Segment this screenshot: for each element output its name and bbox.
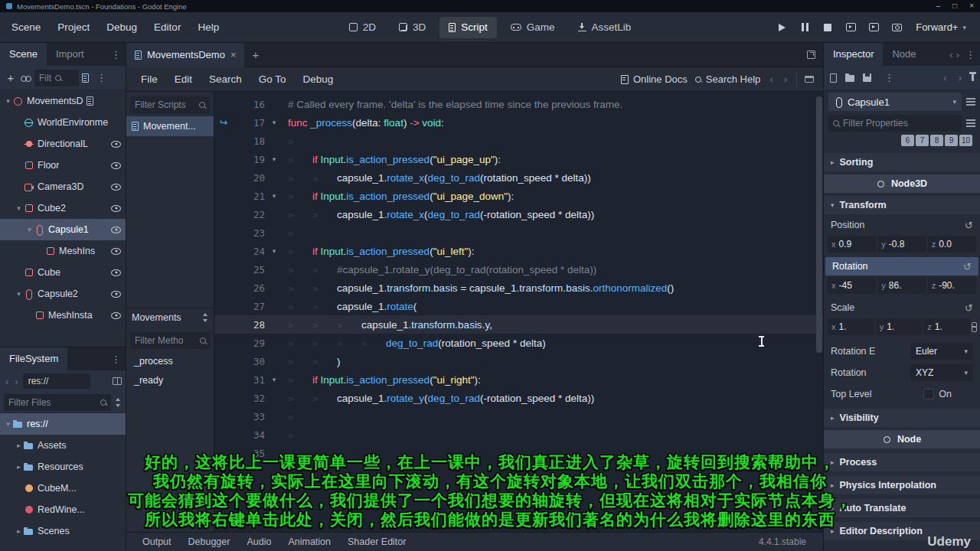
rotation-y-field[interactable]: y86.	[877, 277, 926, 294]
filesystem-item[interactable]: RedWine...	[0, 499, 126, 520]
visibility-eye-icon[interactable]	[111, 269, 121, 276]
history-forward-icon[interactable]: ›	[13, 376, 19, 387]
rotation-edit-dropdown[interactable]: Euler ▾	[910, 343, 973, 360]
search-help-button[interactable]: Search Help	[695, 73, 761, 85]
script-menu-debug[interactable]: Debug	[295, 67, 342, 91]
expand-arrow-icon[interactable]: ▾	[3, 420, 13, 428]
menu-help[interactable]: Help	[189, 12, 227, 42]
window-minimize-button[interactable]: –	[936, 0, 941, 12]
expand-arrow-icon[interactable]: ▾	[3, 97, 13, 105]
fold-arrow-icon[interactable]: ▾	[265, 247, 283, 255]
code-line[interactable]: 26»»capsule_1.transform.basis = capsule_…	[214, 279, 823, 297]
expand-arrow-icon[interactable]: ▸	[14, 527, 24, 535]
layer-checkbox-7[interactable]: 7	[916, 135, 929, 146]
workspace-assetlib[interactable]: AssetLib	[569, 17, 641, 38]
filesystem-item[interactable]: CubeM...	[0, 478, 126, 499]
section-visibility[interactable]: ▸ Visibility	[824, 409, 980, 427]
code-line[interactable]: 19▾»if Input.is_action_pressed("ui_page_…	[214, 150, 823, 168]
section-process[interactable]: ▸Process	[824, 453, 980, 471]
scale-y-field[interactable]: y1.	[876, 318, 923, 335]
script-history-back-icon[interactable]: ‹	[768, 73, 774, 85]
code-line[interactable]: 20»»capsule_1.rotate_x(deg_to_rad(rotati…	[214, 168, 823, 187]
code-line[interactable]: 34»	[214, 425, 823, 444]
expand-arrow-icon[interactable]: ▾	[14, 290, 24, 298]
fold-arrow-icon[interactable]: ▾	[265, 155, 283, 163]
inspector-history-forward-icon[interactable]: ›	[955, 49, 961, 60]
object-options-icon[interactable]	[966, 98, 975, 106]
scrollbar-thumb[interactable]	[816, 96, 822, 353]
code-line[interactable]: 32»»capsule_1.rotate_y(deg_to_rad(-rotat…	[214, 389, 823, 407]
link-scale-icon[interactable]	[972, 322, 976, 332]
menu-project[interactable]: Project	[49, 12, 98, 42]
tab-filesystem[interactable]: FileSystem	[0, 347, 67, 370]
fold-arrow-icon[interactable]: ▾	[265, 376, 283, 383]
online-docs-button[interactable]: Online Docs	[621, 73, 688, 85]
attach-script-icon[interactable]	[82, 73, 89, 83]
script-menu-edit[interactable]: Edit	[166, 67, 201, 91]
play-custom-scene-button[interactable]	[864, 18, 884, 37]
scene-tree-item[interactable]: DirectionalL	[0, 133, 126, 155]
code-line[interactable]: 23»	[214, 223, 823, 242]
layer-checkbox-9[interactable]: 9	[945, 135, 958, 146]
menu-debug[interactable]: Debug	[98, 12, 145, 42]
bottom-tab-audio[interactable]: Audio	[238, 533, 279, 551]
stop-button[interactable]	[818, 18, 838, 37]
pause-button[interactable]	[795, 18, 815, 37]
workspace-game[interactable]: Game	[501, 17, 564, 38]
script-menu-search[interactable]: Search	[201, 67, 250, 91]
scene-tree-item[interactable]: MeshInsta	[0, 305, 126, 326]
script-list-item[interactable]: Movement...	[126, 116, 214, 136]
visibility-eye-icon[interactable]	[111, 205, 121, 212]
expand-arrow-icon[interactable]: ▸	[14, 463, 24, 471]
visibility-eye-icon[interactable]	[111, 227, 121, 233]
code-line[interactable]: 21▾»if Input.is_action_pressed("ui_page_…	[214, 187, 823, 205]
scene-tree-item[interactable]: ▾MovementsD	[0, 90, 126, 112]
sort-methods-icon[interactable]	[202, 313, 209, 322]
expand-arrow-icon[interactable]: ▸	[14, 442, 24, 449]
workspace-2d[interactable]: 2D	[340, 17, 385, 38]
scene-tree-item[interactable]: ▾Cube2	[0, 197, 126, 219]
inspector-menu-icon[interactable]: ⋮	[961, 49, 980, 60]
bottom-tab-output[interactable]: Output	[134, 533, 180, 551]
top-level-checkbox[interactable]	[923, 389, 934, 399]
layer-checkbox-8[interactable]: 8	[930, 135, 943, 146]
filesystem-item[interactable]: ▸Scenes	[0, 520, 126, 542]
visibility-eye-icon[interactable]	[111, 162, 121, 169]
code-line[interactable]: 22»»capsule_1.rotate_x(deg_to_rad(-rotat…	[214, 205, 823, 223]
history-back-icon[interactable]: ‹	[4, 376, 10, 387]
scene-tree-item[interactable]: Camera3D	[0, 176, 126, 197]
script-menu-file[interactable]: File	[132, 67, 166, 91]
code-line[interactable]: 16# Called every frame. 'delta' is the e…	[214, 95, 823, 113]
workspace-script[interactable]: Script	[439, 17, 497, 38]
position-x-field[interactable]: x0.9	[828, 236, 876, 253]
visibility-eye-icon[interactable]	[111, 291, 121, 298]
filesystem-item[interactable]: ▾res://	[0, 413, 126, 435]
visibility-eye-icon[interactable]	[111, 248, 121, 255]
split-view-icon[interactable]	[113, 377, 122, 385]
code-line[interactable]: 31▾»if Input.is_action_pressed("ui_right…	[214, 370, 823, 389]
rotation-z-field[interactable]: z-90.	[928, 277, 976, 294]
position-z-field[interactable]: z0.0	[928, 236, 976, 253]
bottom-tab-animation[interactable]: Animation	[279, 533, 339, 551]
filter-methods-input[interactable]: Filter Metho	[130, 332, 211, 349]
revert-icon[interactable]: ↺	[965, 302, 973, 314]
edited-object-dropdown[interactable]: Capsule1 ▾	[828, 93, 962, 111]
section-transform[interactable]: ▾ Transform	[824, 196, 980, 214]
scene-extra-menu-icon[interactable]: ⋮	[92, 72, 111, 83]
rotation-order-dropdown[interactable]: XYZ ▾	[910, 364, 973, 381]
section-sorting[interactable]: ▸ Sorting	[824, 153, 980, 171]
new-resource-icon[interactable]	[830, 73, 837, 83]
play-scene-button[interactable]	[841, 18, 861, 37]
scene-dock-menu-icon[interactable]: ⋮	[106, 49, 126, 60]
filesystem-item[interactable]: ▸Resources	[0, 456, 126, 478]
fold-arrow-icon[interactable]: ▾	[265, 119, 283, 126]
current-path[interactable]: res://	[23, 373, 90, 389]
edit-back-icon[interactable]: ‹	[942, 72, 948, 83]
script-tab-movementsdemo[interactable]: MovementsDemo ×	[126, 43, 244, 67]
filesystem-item[interactable]: ▸Assets	[0, 435, 126, 456]
renderer-dropdown[interactable]: Forward+ ▾	[910, 21, 972, 33]
filter-properties-input[interactable]: Filter Properties	[828, 115, 962, 132]
new-tab-button[interactable]: +	[252, 48, 259, 61]
layer-checkbox-10[interactable]: 10	[959, 135, 972, 146]
tab-node[interactable]: Node	[883, 43, 925, 66]
